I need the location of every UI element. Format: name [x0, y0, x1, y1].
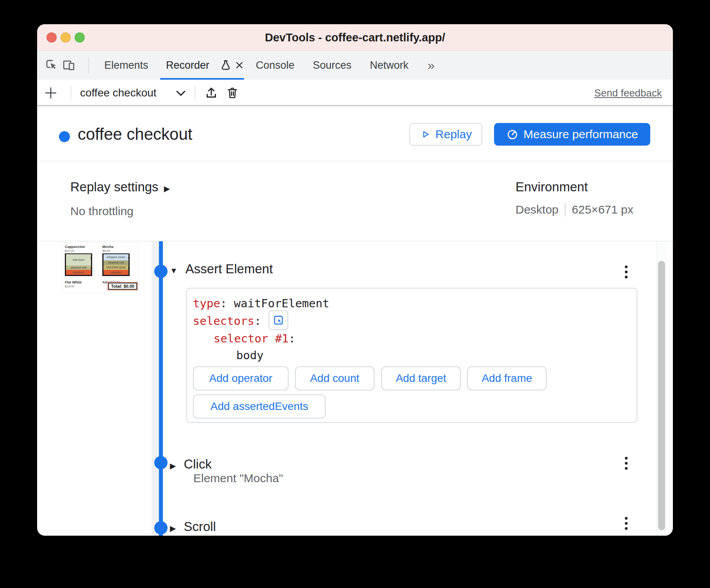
scrollbar-thumb[interactable] — [658, 261, 665, 530]
expand-triangle-icon — [164, 180, 170, 194]
step-screenshot-thumbnail[interactable]: Cappuccino $19.00 Mocha $8.00 milk foam … — [62, 243, 138, 292]
export-recording-icon[interactable] — [204, 86, 218, 102]
delete-recording-icon[interactable] — [225, 86, 239, 102]
timeline-dot — [154, 456, 168, 469]
send-feedback-link[interactable]: Send feedback — [594, 80, 662, 106]
recording-status-dot — [59, 131, 70, 142]
recording-select[interactable]: coffee checkout — [37, 80, 193, 106]
step-assert-element-header[interactable]: Assert Element — [170, 262, 273, 276]
recorder-toolbar: coffee checkout Send feedback — [37, 80, 673, 106]
play-icon — [420, 129, 431, 140]
add-frame-button[interactable]: Add frame — [467, 366, 547, 390]
expand-triangle-icon — [170, 519, 176, 534]
environment-heading: Environment — [516, 180, 588, 194]
timeline-gutter — [152, 241, 159, 536]
viewport-value: 625×671 px — [572, 203, 633, 216]
flask-icon — [220, 59, 232, 73]
add-assertedevents-button[interactable]: Add assertedEvents — [193, 394, 326, 419]
step-click-header[interactable]: Click — [170, 457, 212, 472]
environment-values: Desktop 625×671 px — [516, 203, 633, 216]
add-operator-button[interactable]: Add operator — [193, 366, 289, 390]
timeline-dot — [154, 521, 168, 535]
divider — [89, 57, 89, 73]
window-title: DevTools - coffee-cart.netlify.app/ — [37, 24, 673, 51]
step-menu-kebab-icon[interactable] — [625, 457, 628, 470]
step-menu-kebab-icon[interactable] — [625, 517, 628, 530]
step-title: Click — [184, 457, 212, 472]
tab-elements[interactable]: Elements — [104, 51, 148, 80]
tab-recorder[interactable]: Recorder — [166, 51, 209, 80]
inspect-icon[interactable] — [45, 59, 58, 73]
more-tabs-icon[interactable]: » — [428, 51, 435, 80]
mocha-cup: whipped cream steamed milk chocolate syr… — [102, 253, 130, 276]
step-menu-kebab-icon[interactable] — [625, 265, 628, 278]
code-line-selector1-value[interactable]: body — [236, 347, 264, 363]
add-target-button[interactable]: Add target — [381, 366, 461, 390]
device-toolbar-icon[interactable] — [62, 59, 75, 73]
step-title: Scroll — [184, 519, 216, 534]
step-click-detail: Element "Mocha" — [193, 472, 283, 485]
speedometer-icon — [506, 128, 519, 141]
measure-performance-button[interactable]: Measure performance — [494, 123, 650, 146]
step-editor: type: waitForElement selectors: selector… — [186, 288, 637, 423]
replay-button[interactable]: Replay — [409, 123, 482, 146]
select-element-icon — [273, 314, 284, 326]
close-recorder-tab-icon[interactable] — [235, 61, 244, 71]
devtools-window: DevTools - coffee-cart.netlify.app/ Elem… — [37, 24, 673, 536]
tab-network[interactable]: Network — [370, 51, 409, 80]
cart-total-badge: Total: $0.00 — [108, 283, 137, 290]
close-window-button[interactable] — [46, 32, 57, 43]
code-line-type[interactable]: type: waitForElement — [193, 296, 329, 311]
replay-settings-toggle[interactable]: Replay settings — [70, 180, 170, 194]
minimize-window-button[interactable] — [61, 32, 71, 43]
timeline-line — [159, 241, 163, 536]
devtools-tab-bar: Elements Recorder Console Sources Networ… — [37, 51, 673, 80]
chevron-down-icon — [176, 91, 186, 98]
recording-select-label: coffee checkout — [80, 80, 157, 106]
divider — [37, 241, 673, 241]
device-value: Desktop — [516, 203, 558, 216]
timeline-dot — [154, 265, 168, 278]
select-element-button[interactable] — [269, 310, 288, 330]
step-scroll-header[interactable]: Scroll — [170, 519, 216, 534]
maximize-window-button[interactable] — [75, 32, 85, 43]
code-line-selector1[interactable]: selector #1: — [214, 331, 296, 346]
tab-console[interactable]: Console — [256, 51, 294, 80]
scrollbar-track — [656, 241, 667, 536]
collapse-triangle-icon — [170, 262, 178, 276]
divider — [37, 161, 673, 161]
recording-title: coffee checkout — [78, 125, 192, 144]
step-title: Assert Element — [186, 262, 273, 276]
add-count-button[interactable]: Add count — [295, 366, 375, 390]
expand-triangle-icon — [170, 457, 176, 472]
tab-sources[interactable]: Sources — [313, 51, 351, 80]
code-line-selectors[interactable]: selectors: — [193, 313, 261, 329]
divider — [565, 203, 566, 216]
throttling-value: No throttling — [70, 205, 134, 218]
divider — [195, 85, 195, 101]
title-bar: DevTools - coffee-cart.netlify.app/ — [37, 24, 673, 51]
cappuccino-cup: milk foam steamed milk espresso — [65, 253, 92, 276]
